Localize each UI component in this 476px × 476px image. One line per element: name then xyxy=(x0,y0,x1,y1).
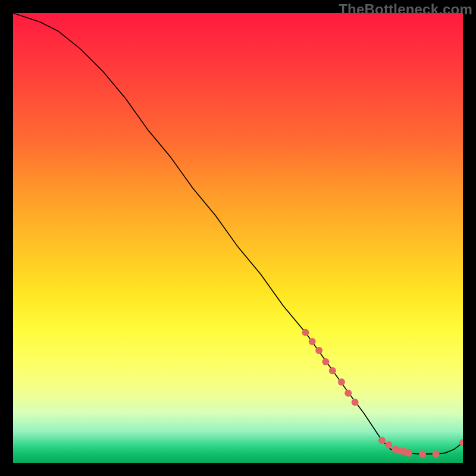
marker-dot xyxy=(302,329,309,336)
marker-dot xyxy=(338,378,345,386)
curve-path xyxy=(13,13,463,454)
marker-dot xyxy=(433,450,440,458)
marker-dot xyxy=(405,449,412,456)
watermark-text: TheBottleneck.com xyxy=(339,1,472,18)
curve-layer xyxy=(13,13,463,463)
marker-dot xyxy=(315,347,322,354)
marker-dot xyxy=(352,399,359,406)
marker-dot xyxy=(329,367,336,374)
chart-container: TheBottleneck.com xyxy=(0,0,476,476)
marker-dot xyxy=(309,338,316,345)
plot-area xyxy=(13,13,463,463)
marker-dot xyxy=(385,441,392,449)
marker-dot xyxy=(322,358,329,365)
marker-dot xyxy=(378,437,386,444)
marker-dot xyxy=(345,390,352,397)
marker-dot xyxy=(419,450,426,458)
